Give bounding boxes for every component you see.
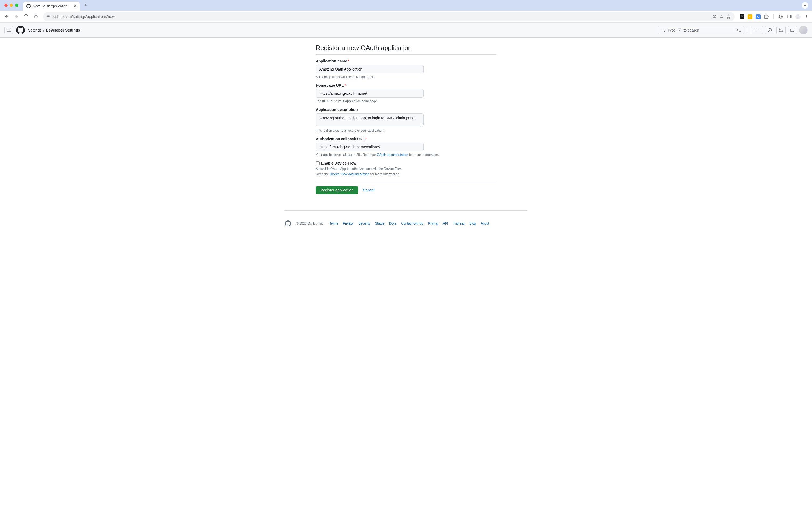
oauth-docs-link[interactable]: OAuth documentation — [377, 153, 408, 157]
app-name-label: Application name* — [316, 59, 496, 63]
svg-rect-5 — [789, 15, 791, 18]
browser-tab-bar: New OAuth Application ✕ + — [0, 0, 812, 11]
callback-url-group: Authorization callback URL* Your applica… — [316, 137, 496, 157]
footer-link-status[interactable]: Status — [375, 222, 384, 225]
browser-tab[interactable]: New OAuth Application ✕ — [23, 2, 80, 11]
homepage-url-input[interactable] — [316, 89, 423, 98]
breadcrumb-separator: / — [43, 28, 44, 32]
issues-button[interactable] — [765, 26, 774, 34]
svg-point-10 — [769, 30, 770, 31]
device-flow-checkbox[interactable] — [316, 161, 320, 165]
svg-point-11 — [779, 29, 781, 30]
inbox-icon — [790, 28, 795, 32]
breadcrumb-current: Developer Settings — [46, 28, 80, 32]
home-button[interactable] — [32, 13, 40, 21]
homepage-url-label: Homepage URL* — [316, 83, 496, 88]
google-translate-icon[interactable]: G — [756, 14, 760, 19]
page-title: Register a new OAuth application — [316, 44, 496, 55]
app-description-group: Application description Amazing authenti… — [316, 107, 496, 132]
search-placeholder-pre: Type — [668, 28, 676, 32]
footer-link-privacy[interactable]: Privacy — [343, 222, 353, 225]
app-description-label: Application description — [316, 107, 496, 112]
minimize-window-button[interactable] — [10, 4, 13, 7]
extension-icon-1[interactable]: ✕ — [740, 14, 744, 19]
pull-requests-button[interactable] — [777, 26, 786, 34]
form-actions: Register application Cancel — [316, 181, 496, 194]
maximize-window-button[interactable] — [15, 4, 18, 7]
register-application-button[interactable]: Register application — [316, 186, 358, 194]
browser-menu-icon[interactable] — [804, 14, 809, 19]
tab-title: New OAuth Application — [33, 4, 71, 8]
extensions-puzzle-icon[interactable] — [764, 14, 769, 19]
main-content: Register a new OAuth application Applica… — [316, 38, 496, 205]
reload-button[interactable] — [22, 13, 30, 21]
tabs-dropdown-button[interactable] — [802, 2, 808, 9]
search-input[interactable]: Type / to search — [658, 26, 744, 34]
close-window-button[interactable] — [4, 4, 8, 7]
svg-point-8 — [806, 17, 807, 18]
browser-toolbar: github.com/settings/applications/new ✕ ▪… — [0, 11, 812, 23]
create-new-button[interactable] — [751, 26, 763, 34]
site-settings-icon — [47, 15, 50, 18]
footer-copyright: © 2023 GitHub, Inc. — [296, 222, 325, 225]
github-logo-icon[interactable] — [16, 26, 25, 34]
github-favicon-icon — [26, 4, 31, 8]
footer-link-terms[interactable]: Terms — [330, 222, 338, 225]
url-text: github.com/settings/applications/new — [53, 15, 709, 19]
forward-button[interactable] — [12, 13, 20, 21]
search-placeholder-post: to search — [683, 28, 699, 32]
footer-link-security[interactable]: Security — [359, 222, 370, 225]
google-g-icon[interactable] — [778, 14, 783, 19]
app-description-input[interactable]: Amazing authentication app, to login to … — [316, 113, 423, 126]
profile-avatar-icon[interactable]: i — [795, 14, 801, 19]
homepage-url-help: The full URL to your application homepag… — [316, 99, 496, 103]
device-flow-docs-link[interactable]: Device Flow documentation — [330, 172, 369, 176]
device-flow-label: Enable Device Flow — [321, 161, 357, 165]
arrow-left-icon — [4, 14, 9, 19]
footer-link-contact[interactable]: Contact GitHub — [401, 222, 423, 225]
footer-link-docs[interactable]: Docs — [389, 222, 396, 225]
search-icon — [661, 28, 665, 32]
extension-icon-2[interactable]: ▪ — [748, 14, 752, 19]
device-flow-help-1: Allow this OAuth App to authorize users … — [316, 167, 496, 171]
arrow-right-icon — [14, 14, 19, 19]
back-button[interactable] — [3, 13, 11, 21]
close-tab-icon[interactable]: ✕ — [73, 4, 76, 8]
breadcrumb: Settings / Developer Settings — [28, 28, 80, 32]
command-palette-icon[interactable] — [734, 28, 741, 32]
issue-icon — [768, 28, 772, 32]
cancel-button[interactable]: Cancel — [363, 188, 375, 192]
app-name-input[interactable] — [316, 65, 423, 74]
bookmark-star-icon[interactable] — [726, 14, 731, 19]
svg-point-13 — [782, 31, 783, 32]
hamburger-menu-button[interactable] — [4, 26, 13, 34]
share-icon[interactable] — [719, 15, 723, 19]
callback-url-input[interactable] — [316, 143, 423, 151]
svg-rect-1 — [47, 16, 49, 17]
footer-link-about[interactable]: About — [481, 222, 489, 225]
github-header: Settings / Developer Settings Type / to … — [0, 23, 812, 38]
footer: © 2023 GitHub, Inc. Terms Privacy Securi… — [285, 210, 527, 236]
svg-point-12 — [779, 31, 781, 32]
side-panel-icon[interactable] — [787, 14, 792, 19]
home-icon — [34, 14, 38, 19]
notifications-button[interactable] — [788, 26, 797, 34]
device-flow-group: Enable Device Flow Allow this OAuth App … — [316, 161, 496, 176]
footer-link-api[interactable]: API — [443, 222, 448, 225]
app-description-help: This is displayed to all users of your a… — [316, 129, 496, 132]
new-tab-button[interactable]: + — [82, 2, 89, 9]
breadcrumb-settings-link[interactable]: Settings — [28, 28, 42, 32]
footer-link-training[interactable]: Training — [453, 222, 464, 225]
footer-link-pricing[interactable]: Pricing — [428, 222, 438, 225]
svg-point-3 — [49, 16, 50, 17]
user-avatar[interactable] — [799, 26, 808, 34]
open-external-icon[interactable] — [712, 15, 716, 19]
window-controls — [4, 4, 18, 7]
footer-link-blog[interactable]: Blog — [469, 222, 476, 225]
address-bar[interactable]: github.com/settings/applications/new — [43, 12, 735, 21]
extension-icons: ✕ ▪ G i — [740, 14, 809, 19]
callback-url-label: Authorization callback URL* — [316, 137, 496, 141]
hamburger-icon — [6, 28, 11, 32]
chevron-down-icon — [803, 4, 807, 7]
browser-chrome: New OAuth Application ✕ + github.com/set… — [0, 0, 812, 23]
